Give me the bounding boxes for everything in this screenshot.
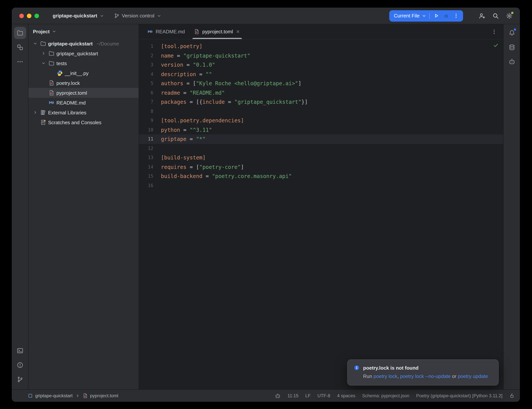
chevron-down-icon[interactable] (32, 41, 38, 46)
poetry-update-link[interactable]: poetry update (458, 373, 488, 379)
code-text: version = "0.1.0" (153, 60, 215, 69)
tree-item-tests[interactable]: tests (28, 58, 138, 68)
code-line-7[interactable]: 7packages = [{include = "griptape_quicks… (139, 97, 503, 107)
code-line-14[interactable]: 14requires = ["poetry-core"] (139, 162, 503, 172)
project-widget[interactable]: griptape-quickstart (50, 11, 107, 20)
debug-button[interactable] (441, 11, 451, 21)
tab-readme-md[interactable]: README.md (143, 24, 190, 39)
code-line-11[interactable]: 11griptape = "*" (139, 134, 503, 144)
code-line-15[interactable]: 15build-backend = "poetry.core.masonry.a… (139, 172, 503, 181)
ai-assistant-toolwindow-button[interactable] (506, 56, 518, 68)
project-toolwindow-button[interactable] (14, 27, 26, 39)
line-number: 2 (139, 51, 153, 60)
database-toolwindow-button[interactable] (506, 41, 518, 53)
tree-item-readme-md[interactable]: README.md (28, 98, 138, 108)
code-text: authors = ["Kyle Roche <hello@griptape.a… (153, 79, 301, 88)
line-separator-widget[interactable]: LF (305, 393, 311, 398)
editor-options-icon[interactable] (491, 28, 497, 35)
tree-item-griptape-quickstart[interactable]: griptape-quickstart~/Docume (28, 39, 138, 48)
code-line-3[interactable]: 3version = "0.1.0" (139, 60, 503, 69)
main-area: Project griptape-quickstart~/Documegript… (12, 24, 520, 389)
settings-button[interactable] (504, 10, 514, 21)
editor[interactable]: 1[tool.poetry]2name = "griptape-quicksta… (139, 39, 503, 389)
code-line-9[interactable]: 9[tool.poetry.dependencies] (139, 116, 503, 125)
problems-toolwindow-button[interactable] (14, 359, 26, 371)
toml-icon (194, 29, 200, 35)
code-line-5[interactable]: 5authors = ["Kyle Roche <hello@griptape.… (139, 79, 503, 88)
vcs-widget[interactable]: Version control (111, 11, 164, 20)
tree-item-pyproject-toml[interactable]: pyproject.toml (28, 88, 138, 98)
code-line-13[interactable]: 13[build-system] (139, 153, 503, 162)
code-text: name = "griptape-quickstart" (153, 51, 250, 60)
chevron-down-icon[interactable] (40, 61, 46, 65)
code-line-6[interactable]: 6readme = "README.md" (139, 88, 503, 97)
scratches-icon (40, 119, 46, 125)
zoom-window-button[interactable] (35, 13, 39, 18)
run-config-label: Current File (394, 13, 420, 19)
tree-item-external-libraries[interactable]: External Libraries (28, 108, 138, 117)
code-line-1[interactable]: 1[tool.poetry] (139, 42, 503, 51)
python-interpreter-widget[interactable]: Poetry (griptape-quickstart) [Python 3.1… (416, 393, 503, 398)
cursor-position-widget[interactable]: 11:15 (287, 393, 298, 398)
tree-item-hint: ~/Docume (97, 41, 119, 46)
unlock-icon[interactable] (509, 393, 514, 398)
tab-pyproject-toml[interactable]: pyproject.toml (190, 24, 245, 39)
left-toolwindow-strip (12, 24, 28, 389)
close-window-button[interactable] (19, 13, 24, 18)
tree-item-griptape-quickstart[interactable]: griptape_quickstart (28, 48, 138, 58)
structure-toolwindow-button[interactable] (14, 41, 26, 53)
poetry-lock-link[interactable]: poetry lock (374, 373, 397, 379)
add-user-button[interactable] (477, 10, 487, 21)
notification-badge (514, 28, 516, 31)
breadcrumb-label: griptape-quickstart (35, 393, 73, 398)
notification-balloon: poetry.lock is not found Run poetry lock… (347, 359, 499, 386)
breadcrumb-item[interactable]: griptape-quickstart (28, 393, 73, 398)
notification-title: poetry.lock is not found (363, 365, 419, 371)
line-number: 14 (139, 162, 153, 172)
branch-icon (114, 13, 120, 19)
code-line-16[interactable]: 16 (139, 181, 503, 190)
run-more-button[interactable] (451, 11, 461, 21)
search-everywhere-button[interactable] (490, 10, 501, 21)
kebab-icon (453, 13, 459, 19)
project-panel-header[interactable]: Project (28, 24, 138, 39)
project-tree: griptape-quickstart~/Documegriptape_quic… (28, 39, 138, 389)
code-line-2[interactable]: 2name = "griptape-quickstart" (139, 51, 503, 60)
code-line-12[interactable]: 12 (139, 144, 503, 153)
chevron-right-icon[interactable] (32, 110, 38, 115)
line-number: 8 (139, 107, 153, 116)
file-encoding-widget[interactable]: UTF-8 (318, 393, 330, 398)
code-line-10[interactable]: 10python = "^3.11" (139, 125, 503, 134)
indent-style-widget[interactable]: 4 spaces (337, 393, 355, 398)
run-button[interactable] (431, 11, 441, 21)
right-toolwindow-strip (503, 24, 520, 389)
user-plus-icon (479, 12, 486, 19)
ai-status-icon[interactable] (275, 393, 281, 399)
version-control-toolwindow-button[interactable] (14, 373, 26, 386)
folder-icon (40, 40, 46, 46)
line-number: 6 (139, 88, 153, 97)
close-tab-icon[interactable] (236, 29, 240, 34)
libraries-icon (40, 110, 46, 115)
inspections-status-icon[interactable] (493, 42, 499, 48)
notifications-toolwindow-button[interactable] (506, 27, 518, 39)
tree-item-scratches-and-consoles[interactable]: Scratches and Consoles (28, 117, 138, 127)
tree-item--init-py[interactable]: __init__.py (28, 68, 138, 78)
markdown-icon (48, 100, 55, 106)
run-config-selector[interactable]: Current File (394, 13, 429, 19)
more-tool-windows-toolwindow-button[interactable] (14, 56, 26, 68)
poetry-lock-no-update-link[interactable]: poetry lock --no-update (400, 373, 450, 379)
toml-icon (48, 90, 55, 96)
titlebar: griptape-quickstart Version control Curr… (12, 8, 520, 24)
code-line-4[interactable]: 4description = "" (139, 69, 503, 79)
terminal-toolwindow-button[interactable] (14, 345, 26, 357)
minimize-window-button[interactable] (27, 13, 31, 18)
chevron-right-icon[interactable] (40, 51, 46, 56)
tree-item-poetry-lock[interactable]: poetry.lock (28, 78, 138, 88)
structure-icon (17, 44, 23, 51)
notification-text: or (451, 373, 458, 379)
code-text: [build-system] (153, 153, 206, 162)
breadcrumb-item[interactable]: pyproject.toml (82, 393, 118, 398)
code-line-8[interactable]: 8 (139, 107, 503, 116)
json-schema-widget[interactable]: Schema: pyproject.json (362, 393, 409, 398)
